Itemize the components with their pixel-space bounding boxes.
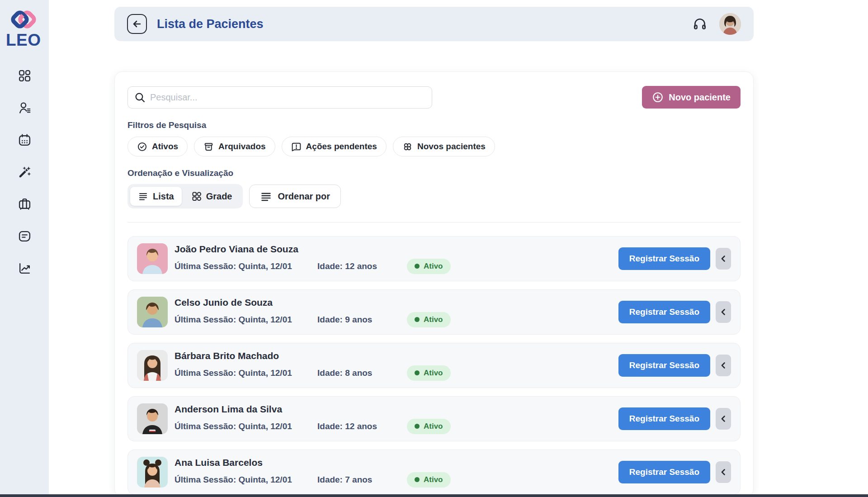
sidebar-item-notes[interactable] — [14, 228, 34, 244]
filter-chip-arquivados[interactable]: Arquivados — [194, 137, 275, 156]
status-badge: Ativo — [407, 419, 451, 434]
patient-avatar — [137, 297, 168, 327]
chevron-left-icon — [719, 415, 727, 423]
patient-age: Idade: 12 anos — [317, 261, 407, 271]
patient-info: Bárbara Brito Machado Última Sessão: Qui… — [175, 350, 451, 381]
register-session-button[interactable]: Registrar Sessão — [618, 461, 710, 483]
view-list-label: Lista — [153, 191, 174, 202]
register-session-button[interactable]: Registrar Sessão — [618, 301, 710, 323]
patient-list-card: Novo paciente Filtros de Pesquisa Ativos… — [114, 71, 754, 497]
toolbar: Novo paciente — [127, 86, 741, 109]
arrow-left-icon — [132, 19, 142, 29]
status-dot-icon — [415, 370, 420, 375]
status-badge: Ativo — [407, 312, 451, 327]
list-icon — [138, 191, 149, 202]
patients-icon — [18, 101, 32, 115]
chevron-left-icon — [719, 255, 727, 263]
sidebar-item-dashboard[interactable] — [14, 68, 34, 83]
status-label: Ativo — [424, 475, 443, 484]
view-grid-button[interactable]: Grade — [184, 187, 240, 206]
chart-icon — [18, 261, 32, 275]
patient-info: Anderson Lima da Silva Última Sessão: Qu… — [175, 404, 451, 434]
divider — [127, 222, 741, 222]
expand-row-button[interactable] — [716, 355, 731, 376]
clover-icon — [402, 142, 413, 152]
chip-label: Novos pacientes — [417, 142, 486, 151]
filter-chip-acoes-pendentes[interactable]: Ações pendentes — [282, 137, 387, 156]
patient-row: Anderson Lima da Silva Última Sessão: Qu… — [127, 396, 741, 441]
patient-last-session: Última Sessão: Quinta, 12/01 — [175, 368, 317, 378]
archive-icon — [203, 142, 214, 152]
patient-avatar — [137, 243, 168, 274]
search-icon — [134, 92, 146, 103]
patient-name: Ana Luisa Barcelos — [175, 457, 451, 468]
logo-icon — [9, 7, 38, 32]
support-button[interactable] — [692, 16, 708, 32]
expand-row-button[interactable] — [716, 301, 731, 323]
patient-last-session: Última Sessão: Quinta, 12/01 — [175, 475, 317, 485]
patient-last-session: Última Sessão: Quinta, 12/01 — [175, 421, 317, 431]
status-badge: Ativo — [407, 472, 451, 488]
patient-actions: Registrar Sessão — [618, 407, 731, 430]
search-box[interactable] — [127, 86, 432, 109]
patient-avatar — [137, 457, 168, 488]
register-session-button[interactable]: Registrar Sessão — [618, 407, 710, 430]
status-badge: Ativo — [407, 259, 451, 274]
search-input[interactable] — [150, 92, 425, 103]
sidebar-item-calendar[interactable] — [14, 132, 34, 147]
patient-actions: Registrar Sessão — [618, 247, 731, 270]
header-actions — [692, 13, 741, 35]
sidebar-item-reports[interactable] — [14, 260, 34, 276]
patient-avatar — [137, 403, 168, 434]
chevron-left-icon — [719, 361, 727, 369]
page-header: Lista de Pacientes — [114, 7, 754, 41]
page-title: Lista de Pacientes — [157, 17, 264, 31]
app-logo[interactable]: LEO — [0, 0, 49, 50]
back-button[interactable] — [127, 14, 147, 34]
patient-age: Idade: 9 anos — [317, 315, 407, 325]
register-session-button[interactable]: Registrar Sessão — [618, 247, 710, 270]
status-dot-icon — [415, 264, 420, 269]
patient-actions: Registrar Sessão — [618, 354, 731, 377]
filters-label: Filtros de Pesquisa — [127, 120, 741, 130]
sidebar-item-organization[interactable] — [14, 196, 34, 212]
patient-age: Idade: 8 anos — [317, 368, 407, 378]
status-dot-icon — [415, 424, 420, 429]
new-patient-button[interactable]: Novo paciente — [642, 86, 741, 109]
expand-row-button[interactable] — [716, 408, 731, 430]
expand-row-button[interactable] — [716, 248, 731, 270]
calendar-icon — [18, 133, 32, 147]
bottom-edge-bar — [0, 494, 868, 497]
patient-last-session: Última Sessão: Quinta, 12/01 — [175, 261, 317, 271]
view-list-button[interactable]: Lista — [130, 187, 182, 206]
expand-row-button[interactable] — [716, 461, 731, 483]
chip-label: Ações pendentes — [306, 142, 377, 151]
patient-actions: Registrar Sessão — [618, 461, 731, 483]
view-toggle: Lista Grade — [127, 184, 243, 208]
sidebar-item-patients[interactable] — [14, 100, 34, 115]
patient-row: Celso Junio de Souza Última Sessão: Quin… — [127, 289, 741, 335]
sidebar-nav — [14, 68, 34, 276]
status-dot-icon — [415, 477, 420, 482]
chip-label: Ativos — [152, 142, 178, 151]
status-label: Ativo — [424, 262, 443, 271]
filter-chips: Ativos Arquivados Ações pendentes Novos … — [127, 137, 741, 156]
patient-info: João Pedro Viana de Souza Última Sessão:… — [175, 244, 451, 274]
sidebar-item-assistant[interactable] — [14, 164, 34, 180]
register-session-button[interactable]: Registrar Sessão — [618, 354, 710, 377]
status-badge: Ativo — [407, 365, 451, 381]
status-dot-icon — [415, 317, 420, 322]
view-grid-label: Grade — [206, 191, 232, 202]
sort-lines-icon — [260, 190, 272, 203]
filter-chip-ativos[interactable]: Ativos — [127, 137, 188, 156]
logo-text: LEO — [6, 31, 41, 50]
sort-by-button[interactable]: Ordenar por — [249, 185, 341, 208]
magic-wand-icon — [18, 165, 32, 179]
status-label: Ativo — [424, 315, 443, 324]
message-alert-icon — [291, 142, 302, 152]
headphones-icon — [693, 17, 707, 31]
user-avatar[interactable] — [719, 13, 741, 35]
grid-icon — [191, 191, 202, 202]
filter-chip-novos-pacientes[interactable]: Novos pacientes — [393, 137, 495, 156]
patient-row: Bárbara Brito Machado Última Sessão: Qui… — [127, 343, 741, 388]
